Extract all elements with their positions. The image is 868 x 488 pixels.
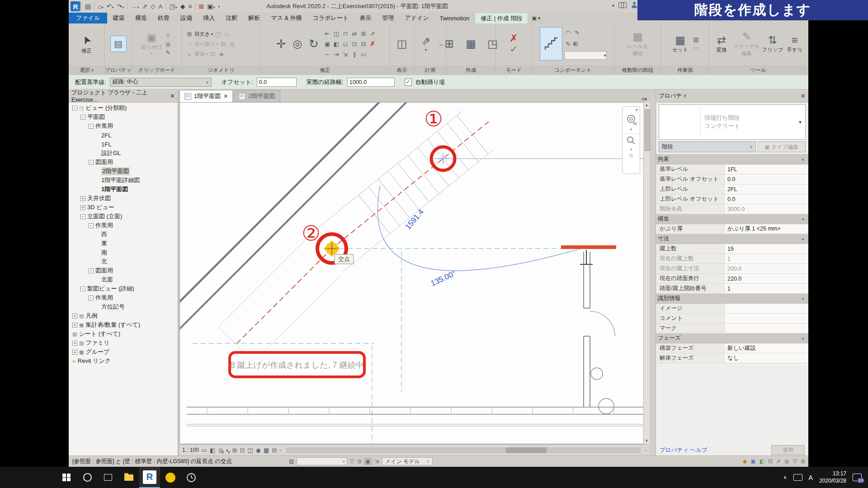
support-pencil-icon[interactable]: ✎ xyxy=(564,40,572,48)
railing-button[interactable]: ≡手すり xyxy=(785,25,805,63)
param-row[interactable]: 上部レベル オフセット0.0 xyxy=(656,194,808,204)
task-view-button[interactable] xyxy=(98,467,118,488)
trim-single-icon[interactable]: ⇥ xyxy=(332,50,340,58)
tree-item-north-symbol[interactable]: 方位記号 xyxy=(69,302,178,311)
tab-analyze[interactable]: 解析 xyxy=(243,13,265,23)
collapse-icon[interactable]: − xyxy=(89,268,94,273)
design-options-icon[interactable]: ▣ xyxy=(364,458,372,465)
tab-annotate[interactable]: 注釈 xyxy=(220,13,243,23)
close-view-icon[interactable]: ✕ xyxy=(223,93,228,99)
expand-icon[interactable]: + xyxy=(72,323,77,328)
girder-support-label[interactable]: 桁 xyxy=(573,41,579,47)
chevron-down-icon[interactable]: ▼ xyxy=(798,120,802,125)
collapse-icon[interactable]: − xyxy=(80,115,85,120)
scroll-down-icon[interactable]: ▼ xyxy=(644,438,650,444)
tree-item-drafting-working[interactable]: −作業用 xyxy=(69,293,178,302)
show-crop-icon[interactable]: ⊡ xyxy=(240,447,245,454)
close-icon[interactable]: ✕ xyxy=(801,93,806,99)
worksets-dropdown[interactable]: ∨ xyxy=(297,457,347,465)
tree-item-drafting-views[interactable]: −製図ビュー (詳細) xyxy=(69,284,178,293)
param-row[interactable]: 踏面/蹴上開始番号1 xyxy=(656,284,808,294)
scrollbar-thumb[interactable] xyxy=(506,447,547,453)
connect-levels-button[interactable]: ▩レベルを接続 xyxy=(627,25,648,63)
scroll-right-icon[interactable]: › xyxy=(645,447,647,453)
cope-icon[interactable]: ◳ xyxy=(214,30,222,38)
clock[interactable]: 13:17 2020/03/28 xyxy=(819,470,846,484)
set-workplane-button[interactable]: ▦セット xyxy=(670,25,690,63)
tab-manage[interactable]: 管理 xyxy=(377,13,399,23)
param-row[interactable]: 構築フェーズ新しい建設 xyxy=(656,343,808,353)
location-line-dropdown[interactable]: 経路: 中心∨ xyxy=(110,78,212,87)
create-similar-button[interactable]: ⊞ xyxy=(439,25,459,63)
tree-item-north-face[interactable]: 北面 xyxy=(69,275,178,284)
group-constraints[interactable]: 拘束▲ xyxy=(656,155,808,164)
trim-multi-icon[interactable]: ⇲ xyxy=(341,50,349,58)
tree-item-west[interactable]: 西 xyxy=(69,230,178,239)
edit-type-button[interactable]: ▦タイプ編集 xyxy=(758,141,806,152)
start-button[interactable] xyxy=(56,467,77,488)
editable-only-filter-icon[interactable]: ▽ xyxy=(350,458,354,465)
stair-run-button[interactable] xyxy=(540,27,562,61)
tab-massing-site[interactable]: マス & 外構 xyxy=(265,13,307,23)
search-icon[interactable] xyxy=(618,2,627,8)
shadows-icon[interactable]: ◐✗ xyxy=(226,447,230,454)
scroll-up-icon[interactable]: ▲ xyxy=(644,102,650,108)
navbar-collapse-icon[interactable]: ⊖ xyxy=(629,153,633,158)
param-row[interactable]: 基準レベル1FL xyxy=(656,164,808,174)
group-phasing[interactable]: フェーズ▲ xyxy=(656,333,808,343)
collapse-icon[interactable]: − xyxy=(72,106,77,111)
tree-item-groups[interactable]: +▩グループ xyxy=(69,347,178,357)
pin-lock-icon[interactable]: ▭ xyxy=(359,50,368,58)
crop-view-icon[interactable]: ⊞ xyxy=(232,447,237,454)
tab-insert[interactable]: 挿入 xyxy=(198,13,220,23)
param-row[interactable]: 現在の踏面奥行220.0 xyxy=(656,274,808,284)
collapse-icon[interactable]: − xyxy=(89,160,94,165)
tree-item-revit-links[interactable]: ∞Revit リンク xyxy=(69,357,178,366)
param-row[interactable]: 上部レベル2FL xyxy=(656,184,808,194)
action-center-icon[interactable]: 24 xyxy=(853,474,862,481)
constraints-icon[interactable]: ⊟ xyxy=(272,447,277,454)
tab-systems[interactable]: 設備 xyxy=(175,13,198,23)
hide-elements-button[interactable]: ◫ xyxy=(392,25,412,63)
apply-button[interactable]: 適用 xyxy=(771,445,805,455)
view-tab-1f-plan[interactable]: 1階平面図✕ xyxy=(179,90,233,102)
param-row[interactable]: 解体フェーズなし xyxy=(656,353,808,363)
offset-button[interactable]: ◎ xyxy=(291,25,304,63)
component-type-dropdown[interactable]: ▾ xyxy=(564,51,607,60)
temporary-hide-icon[interactable]: ◫ xyxy=(247,447,253,454)
show-hidden-icons-chevron[interactable]: ∧ xyxy=(783,474,787,480)
trim-corner-icon[interactable]: ⌐ xyxy=(323,50,331,58)
unpin-icon[interactable]: ⊟ xyxy=(359,40,368,48)
search-button[interactable] xyxy=(77,467,98,488)
ime-mode-indicator[interactable]: A xyxy=(809,474,813,481)
tree-item-elevations[interactable]: −立面図 (立面) xyxy=(69,212,178,221)
properties-toggle-icon[interactable]: ▤ xyxy=(110,36,127,52)
zoom-icon[interactable] xyxy=(626,136,636,145)
tree-item-ceiling-plans[interactable]: +天井伏図 xyxy=(69,194,178,203)
selection-filter-icon[interactable]: ▽ xyxy=(793,458,797,465)
tree-item-sheets[interactable]: ▧シート (すべて) xyxy=(69,329,178,338)
horizontal-scrollbar[interactable] xyxy=(286,447,641,453)
steering-wheel-icon[interactable]: 2D xyxy=(625,114,637,126)
copy-element-icon[interactable]: ▣ xyxy=(323,40,331,48)
close-navbar-icon[interactable]: ⊗ xyxy=(635,108,638,112)
collapse-icon[interactable]: − xyxy=(89,223,94,228)
collapse-icon[interactable]: − xyxy=(80,214,85,219)
finish-stair-icon[interactable]: ✓ xyxy=(510,45,518,53)
wall-joins-icon[interactable]: ⊡ xyxy=(208,50,217,58)
tree-item-1f-plan[interactable]: 1階平面図 xyxy=(69,185,178,194)
match-type-icon[interactable]: ✎ xyxy=(164,48,172,56)
delete-icon[interactable]: ✗ xyxy=(368,40,377,48)
param-row[interactable]: 蹴上数15 xyxy=(656,244,808,254)
model-canvas[interactable]: 135.00° 1591.4 xyxy=(179,102,650,444)
split-icon[interactable]: ⇄ xyxy=(350,29,359,38)
tree-item-south[interactable]: 南 xyxy=(69,248,178,257)
copy-icon[interactable]: ▣ xyxy=(164,40,172,48)
tab-collaborate[interactable]: コラボレート xyxy=(307,13,354,23)
tab-structure[interactable]: 構造 xyxy=(130,13,152,23)
scale-control[interactable]: 1 : 100 xyxy=(182,447,199,453)
view-tab-list-icon[interactable]: ≡▾ xyxy=(639,96,650,102)
pin-icon[interactable]: ⊡ xyxy=(350,40,359,48)
tree-item-elev-sheets[interactable]: −図面用 xyxy=(69,266,178,275)
worksharing-display-icon[interactable]: ▦ xyxy=(264,447,269,454)
